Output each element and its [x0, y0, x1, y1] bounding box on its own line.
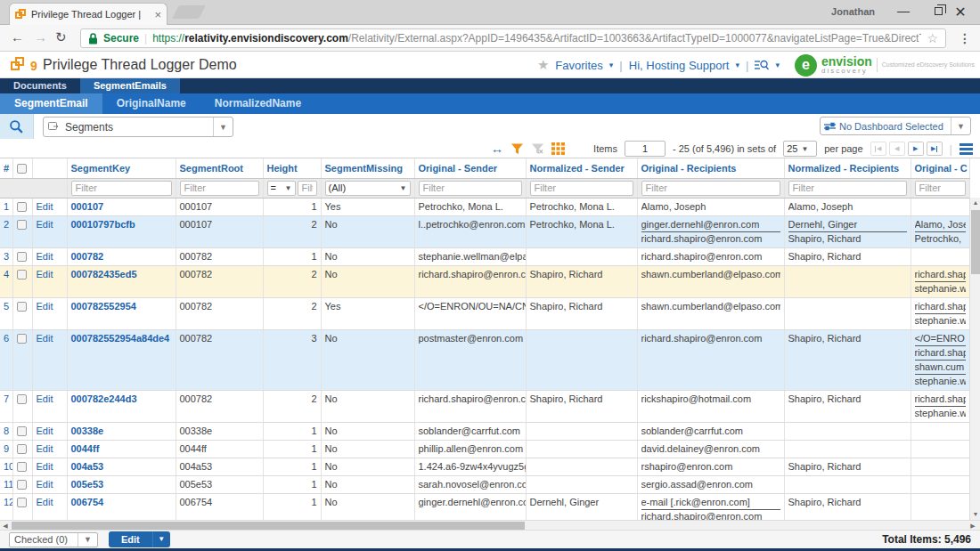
dashboard-selector[interactable]: No Dashboard Selected ▼	[820, 117, 971, 135]
mass-edit-button[interactable]: Edit ▼	[109, 531, 170, 547]
close-button[interactable]: ✕	[948, 4, 973, 20]
segmentkey-link[interactable]: 0044ff	[71, 443, 100, 454]
last-page-icon[interactable]: ▶	[927, 142, 943, 156]
row-checkbox[interactable]	[17, 334, 27, 344]
subtab-originalname[interactable]: OriginalName	[102, 93, 200, 114]
column-header-original-recipients[interactable]: Original - Recipients	[637, 158, 784, 178]
column-header-original-sender[interactable]: Original - Sender	[414, 158, 526, 178]
column-header-segmentmissing[interactable]: SegmentMissing	[321, 158, 414, 178]
dashboard-chevron-icon[interactable]: ▼	[951, 117, 970, 134]
user-chevron-icon[interactable]: ▾	[735, 61, 739, 69]
segmentkey-link[interactable]: 000782552954	[71, 301, 136, 312]
search-chevron-icon[interactable]: ▾	[775, 61, 780, 69]
filter-input-original-cc[interactable]	[915, 181, 966, 196]
segmentkey-link[interactable]: 006754	[71, 497, 104, 507]
page-start-input[interactable]	[625, 141, 666, 157]
row-checkbox[interactable]	[17, 270, 27, 280]
segmentkey-link[interactable]: 00338e	[71, 425, 104, 436]
browser-menu-icon[interactable]: ⋮	[959, 31, 971, 45]
row-checkbox[interactable]	[17, 394, 27, 404]
edit-link[interactable]: Edit	[37, 479, 53, 490]
filter-input-normalized-recipients[interactable]	[788, 181, 907, 196]
vertical-scrollbar-thumb[interactable]	[971, 210, 980, 274]
tab-documents[interactable]: Documents	[0, 78, 80, 93]
favorites-chevron-icon[interactable]: ▾	[609, 61, 614, 69]
edit-link[interactable]: Edit	[37, 219, 53, 230]
edit-link[interactable]: Edit	[37, 425, 53, 436]
segmentkey-link[interactable]: 000782	[71, 251, 104, 262]
edit-link[interactable]: Edit	[37, 333, 53, 344]
page-size-select[interactable]: 25▼	[783, 141, 817, 157]
segmentkey-link[interactable]: 000782435ed5	[71, 269, 137, 280]
checked-selector[interactable]: Checked (0) ▼	[9, 532, 98, 547]
column-header-segmentkey[interactable]: SegmentKey	[67, 158, 176, 178]
bookmark-star-icon[interactable]: ☆	[927, 31, 938, 45]
column-header-segmentroot[interactable]: SegmentRoot	[176, 158, 263, 178]
subtab-normalizedname[interactable]: NormalizedName	[200, 93, 315, 114]
filter-input-normalized-sender[interactable]	[530, 181, 633, 196]
user-menu[interactable]: Hi, Hosting Support	[629, 59, 730, 72]
column-header-height[interactable]: Height	[263, 158, 321, 178]
horizontal-scrollbar[interactable]: ◀ ▶	[0, 520, 980, 531]
column-header-normalized-recipients[interactable]: Normalized - Recipients	[784, 158, 911, 178]
row-checkbox[interactable]	[17, 498, 27, 507]
restore-button[interactable]	[935, 7, 943, 15]
filter-select-segmentmissing[interactable]: (All)▼	[325, 181, 411, 196]
next-page-icon[interactable]: ▶	[908, 142, 924, 156]
reload-icon[interactable]: ↻	[55, 29, 67, 45]
height-operator-select[interactable]: =▼	[267, 181, 296, 196]
browser-tab[interactable]: Privilege Thread Logger | ×	[9, 3, 167, 25]
search-button[interactable]	[0, 114, 34, 139]
row-checkbox[interactable]	[17, 426, 27, 436]
filter-input-original-recipients[interactable]	[641, 181, 780, 196]
filter-input-height[interactable]	[298, 181, 317, 196]
filter-input-original-sender[interactable]	[419, 181, 522, 196]
row-checkbox[interactable]	[17, 480, 27, 490]
edit-link[interactable]: Edit	[37, 443, 53, 454]
segmentkey-link[interactable]: 000107	[71, 201, 104, 212]
edit-link[interactable]: Edit	[37, 497, 53, 507]
select-all-checkbox[interactable]	[17, 164, 27, 174]
edit-link[interactable]: Edit	[37, 269, 53, 280]
expand-columns-icon[interactable]: ↔	[491, 142, 503, 155]
row-checkbox[interactable]	[17, 220, 27, 230]
minimize-button[interactable]: —	[891, 4, 916, 18]
row-checkbox[interactable]	[17, 202, 27, 212]
scroll-up-icon[interactable]: ▲	[970, 198, 980, 208]
favorites-star-icon[interactable]: ★	[537, 57, 549, 73]
filter-icon[interactable]	[510, 142, 524, 155]
vertical-scrollbar[interactable]: ▲ ▼	[969, 198, 980, 520]
row-checkbox[interactable]	[17, 462, 27, 472]
segmentkey-link[interactable]: 005e53	[71, 479, 104, 490]
tab-segmentemails[interactable]: SegmentEmails	[80, 78, 180, 93]
edit-link[interactable]: Edit	[37, 461, 53, 472]
row-checkbox[interactable]	[17, 444, 27, 454]
quick-search-icon[interactable]	[755, 59, 769, 71]
column-header-original-cc[interactable]: Original - C	[911, 158, 969, 178]
checked-chevron-icon[interactable]: ▼	[78, 533, 97, 547]
view-selector[interactable]: Segments ▼	[43, 117, 233, 137]
segmentkey-link[interactable]: 000782552954a84de4	[71, 333, 170, 344]
mass-edit-chevron-icon[interactable]: ▼	[152, 531, 170, 547]
row-checkbox[interactable]	[17, 252, 27, 262]
filter-input-segmentkey[interactable]	[71, 181, 172, 196]
view-selector-chevron-icon[interactable]: ▼	[213, 117, 233, 136]
segmentkey-link[interactable]: 00010797bcfb	[71, 219, 135, 230]
subtab-segmentemail[interactable]: SegmentEmail	[0, 93, 102, 114]
grid-layout-icon[interactable]	[551, 142, 565, 155]
filter-input-segmentroot[interactable]	[180, 181, 259, 196]
segmentkey-link[interactable]: 000782e244d3	[71, 393, 137, 404]
edit-link[interactable]: Edit	[37, 393, 53, 404]
horizontal-scrollbar-thumb[interactable]	[12, 522, 525, 530]
edit-link[interactable]: Edit	[37, 201, 53, 212]
address-bar[interactable]: Secure | https://relativity.envisiondisc…	[80, 28, 946, 48]
row-checkbox[interactable]	[17, 302, 27, 312]
new-tab-button[interactable]	[172, 5, 206, 19]
edit-link[interactable]: Edit	[37, 301, 53, 312]
edit-link[interactable]: Edit	[37, 251, 53, 262]
browser-profile-name[interactable]: Jonathan	[831, 6, 875, 17]
tab-close-icon[interactable]: ×	[154, 9, 161, 20]
list-menu-icon[interactable]	[960, 143, 973, 155]
favorites-menu[interactable]: Favorites	[555, 59, 602, 72]
segmentkey-link[interactable]: 004a53	[71, 461, 104, 472]
